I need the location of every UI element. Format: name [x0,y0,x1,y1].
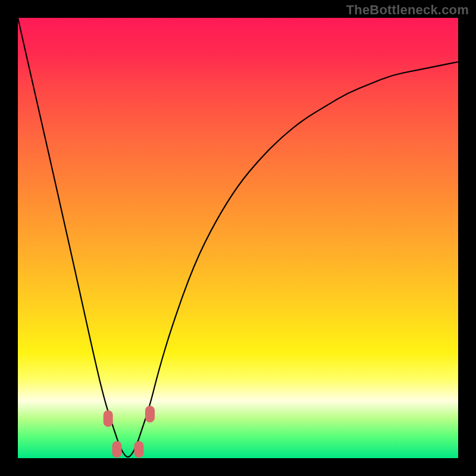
plot-area [18,18,458,458]
curve-marker [134,441,144,458]
curve-marker [145,406,155,422]
bottleneck-curve-svg [18,18,458,458]
bottleneck-curve-path [18,18,458,457]
chart-frame: TheBottleneck.com [0,0,476,476]
curve-marker [104,410,113,427]
curve-marker [112,441,122,458]
watermark-text: TheBottleneck.com [346,2,469,18]
